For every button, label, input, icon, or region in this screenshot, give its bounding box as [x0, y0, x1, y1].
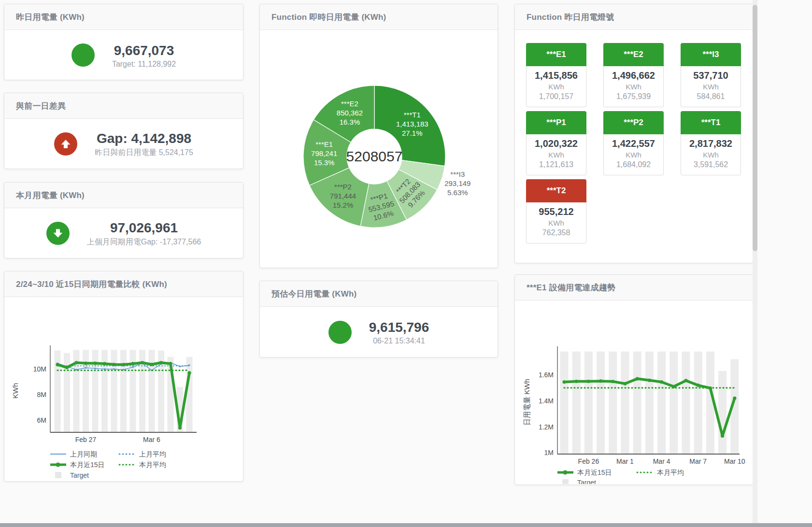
realtime-donut-chart[interactable]: ***T11,413,18327.1%***I3293,1495.63%***T…	[260, 30, 497, 267]
legend-item[interactable]: 本月平均	[656, 469, 684, 476]
legend-item[interactable]: 上月同期	[70, 450, 97, 458]
x-tick: Mar 6	[143, 436, 160, 443]
target-bar	[621, 352, 629, 454]
card-title: Function 昨日用電燈號	[527, 12, 614, 23]
x-tick: Mar 1	[616, 457, 634, 465]
stat-text: Gap: 4,142,898 昨日與前日用電量 5,524,175	[95, 130, 193, 158]
device-tile-status-header: ***E2	[603, 43, 664, 66]
device-target: 3,591,562	[681, 160, 741, 169]
card-title: 昨日用電量 (KWh)	[16, 12, 85, 23]
device-target: 1,700,157	[527, 92, 586, 101]
device-tile-body: 1,422,557KWh1,684,092	[603, 134, 664, 175]
stat-body: 9,667,073 Target: 11,128,992	[4, 30, 243, 80]
trend-line-chart[interactable]: 1M1.2M1.4M1.6MFeb 26Mar 1Mar 4Mar 7Mar 1…	[515, 300, 752, 484]
target-bar	[597, 352, 605, 454]
legend-item[interactable]: Target	[70, 471, 89, 479]
card-title: 2/24~3/10 近15日同期用電量比較 (KWh)	[16, 279, 167, 290]
card-yesterday-usage: 昨日用電量 (KWh) 9,667,073 Target: 11,128,992	[4, 4, 243, 80]
device-unit: KWh	[527, 151, 586, 159]
device-tile-body: 955,212KWh762,358	[526, 202, 586, 243]
legend-item[interactable]: Target	[577, 479, 596, 484]
card-month-usage: 本月用電量 (KWh) 97,026,961 上個月同期用電Gap: -17,3…	[4, 182, 243, 258]
horizontal-bottom-bar	[0, 523, 812, 527]
device-unit: KWh	[604, 83, 663, 91]
arrow-down-circle-icon	[46, 222, 70, 245]
card-title: Function 即時日用電量 (KWh)	[271, 12, 386, 23]
stat-body: 9,615,796 06-21 15:34:41	[260, 307, 498, 357]
device-tile: ***I3537,710KWh584,861	[681, 43, 741, 107]
card-header: Function 昨日用電燈號	[515, 4, 753, 30]
stat-text: 9,667,073 Target: 11,128,992	[112, 42, 176, 69]
target-bar	[694, 352, 702, 454]
y-tick: 1.2M	[539, 423, 554, 431]
x-tick: Mar 10	[724, 457, 745, 465]
target-bar	[572, 352, 581, 454]
y-tick: 1.6M	[539, 371, 554, 379]
y-axis-label: KWh	[11, 383, 19, 399]
card-realtime-pie: Function 即時日用電量 (KWh) ***T11,413,18327.1…	[259, 4, 498, 268]
device-tile: ***E11,415,856KWh1,700,157	[526, 43, 586, 107]
compare-line-chart[interactable]: 6M8M10MFeb 27Mar 6KWh上月同期上月平均本月近15日本月平均T…	[4, 297, 242, 481]
device-tile-status-header: ***E1	[526, 43, 586, 66]
x-tick: Feb 26	[578, 457, 599, 465]
device-tile: ***T12,817,832KWh3,591,562	[681, 111, 741, 175]
legend-item[interactable]: 本月近15日	[70, 461, 105, 469]
target-bar	[670, 352, 678, 454]
legend-swatch-square[interactable]	[562, 479, 569, 484]
card-header: 昨日用電量 (KWh)	[4, 4, 243, 30]
target-bar	[609, 352, 617, 454]
device-target: 1,121,613	[527, 160, 586, 169]
stat-subtitle: Target: 11,128,992	[112, 60, 176, 69]
device-tiles-grid: ***E11,415,856KWh1,700,157***E21,496,662…	[526, 43, 741, 243]
device-tile-status-header: ***P2	[603, 111, 664, 134]
target-bar	[120, 350, 127, 432]
target-bar	[718, 371, 727, 454]
target-bar	[682, 352, 690, 454]
card-header: ***E1 設備用電達成趨勢	[515, 275, 753, 300]
y-tick: 6M	[37, 416, 46, 424]
y-axis-label: 日用電量 KWh	[523, 379, 531, 426]
pie-center-total: 5208057	[346, 148, 403, 164]
device-target: 762,358	[527, 228, 586, 237]
target-bar	[560, 352, 569, 454]
y-tick: 10M	[33, 365, 46, 373]
legend-item[interactable]: 上月平均	[139, 450, 166, 458]
stat-value: 9,667,073	[112, 42, 176, 59]
device-tile-body: 2,817,832KWh3,591,562	[681, 134, 741, 175]
legend-item[interactable]: 本月近15日	[577, 469, 612, 476]
stat-value: 9,615,796	[369, 319, 429, 336]
device-value: 1,415,856	[527, 70, 586, 81]
legend-swatch-square[interactable]	[55, 472, 61, 478]
card-title: 預估今日用電量 (KWh)	[271, 288, 356, 299]
device-unit: KWh	[604, 151, 663, 159]
device-tile-body: 1,020,322KWh1,121,613	[526, 134, 586, 175]
stat-subtitle: 昨日與前日用電量 5,524,175	[95, 148, 193, 158]
vertical-scrollbar-thumb[interactable]	[753, 5, 757, 251]
target-bar	[111, 350, 117, 432]
device-tile-body: 537,710KWh584,861	[681, 66, 741, 107]
device-tile: ***P11,020,322KWh1,121,613	[526, 111, 586, 175]
device-tile: ***E21,496,662KWh1,675,939	[603, 43, 664, 107]
device-tile-status-header: ***I3	[681, 43, 741, 66]
card-estimate-today: 預估今日用電量 (KWh) 9,615,796 06-21 15:34:41	[259, 281, 498, 357]
x-tick: Mar 4	[653, 457, 670, 465]
device-value: 537,710	[681, 70, 741, 81]
device-tile-status-header: ***T1	[681, 111, 741, 134]
device-value: 1,422,557	[604, 138, 663, 149]
stat-body: 97,026,961 上個月同期用電Gap: -17,377,566	[4, 208, 243, 258]
device-tile: ***P21,422,557KWh1,684,092	[603, 111, 664, 175]
target-bar	[633, 352, 641, 454]
vertical-scrollbar[interactable]	[753, 0, 757, 523]
device-target: 1,675,939	[604, 92, 663, 101]
device-target: 584,861	[681, 92, 741, 101]
device-unit: KWh	[527, 219, 586, 227]
card-header: 與前一日差異	[4, 93, 243, 119]
card-header: Function 即時日用電量 (KWh)	[260, 4, 498, 30]
stat-value: 97,026,961	[87, 219, 201, 236]
legend-item[interactable]: 本月平均	[139, 461, 166, 469]
device-tile-body: 1,496,662KWh1,675,939	[603, 66, 664, 107]
card-title: 與前一日差異	[16, 100, 66, 112]
card-lights: Function 昨日用電燈號 ***E11,415,856KWh1,700,1…	[514, 4, 753, 263]
target-bar	[149, 350, 155, 432]
stat-timestamp: 06-21 15:34:41	[369, 337, 429, 345]
